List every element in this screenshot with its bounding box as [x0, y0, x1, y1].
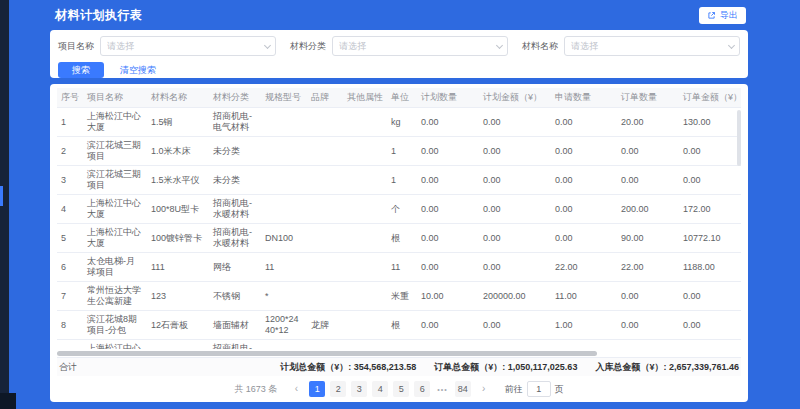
table-cell: 1200*2440*12: [261, 311, 307, 339]
table-cell: 0.00: [479, 114, 551, 131]
project-name-input[interactable]: [100, 36, 276, 56]
table-cell: 111: [147, 259, 209, 276]
table-cell: 100镀锌管卡: [147, 230, 209, 247]
table-cell: 招商机电-水暖材料: [209, 340, 261, 349]
table-cell: [343, 322, 387, 328]
table-cell: 130.00: [679, 114, 741, 131]
table-cell: 不锈钢: [209, 288, 261, 305]
sidebar-active-indicator: [0, 186, 3, 206]
table-cell: 80.00: [617, 346, 679, 350]
table-row: 6太仓电梯-月球项目111网络11110.000.0022.0022.00118…: [57, 253, 741, 282]
table-cell: 常州恒达大学生公寓新建: [83, 282, 147, 310]
table-cell: 2: [57, 143, 83, 160]
page-button[interactable]: 2: [330, 381, 346, 397]
material-name-label: 材料名称: [522, 40, 558, 53]
search-button[interactable]: 搜索: [58, 62, 104, 78]
table-cell: 3: [57, 172, 83, 189]
material-name-select[interactable]: [564, 36, 740, 56]
header-cell: 计划金额（¥）: [479, 88, 551, 107]
order-total: 订单总金额（¥）: 1,050,117,025.63: [434, 361, 577, 374]
goto-page-input[interactable]: [527, 381, 551, 397]
table-cell: 0.00: [617, 143, 679, 160]
table-cell: 0.00: [417, 259, 479, 276]
table-cell: 上海松江中心大厦: [83, 224, 147, 252]
summary-total-label: 合计: [59, 361, 77, 374]
table-cell: 个: [387, 201, 417, 218]
clear-search-button[interactable]: 清空搜索: [114, 64, 162, 77]
table-cell: 0.00: [417, 317, 479, 334]
table-cell: 招商机电-电气材料: [209, 108, 261, 136]
table-cell: 0.00: [679, 143, 741, 160]
export-button[interactable]: 导出: [699, 7, 746, 24]
table-row: 7常州恒达大学生公寓新建123不锈钢*米重10.00200000.0011.00…: [57, 282, 741, 311]
table-cell: 22.00: [617, 259, 679, 276]
table-cell: [343, 293, 387, 299]
table-header: 序号项目名称材料名称材料分类规格型号品牌其他属性单位计划数量计划金额（¥）申请数…: [57, 88, 741, 108]
export-icon: [707, 11, 716, 20]
table-cell: *: [261, 288, 307, 305]
table-cell: 7: [57, 288, 83, 305]
next-page-button[interactable]: ›: [476, 381, 492, 397]
table-cell: 未分类: [209, 143, 261, 160]
table-cell: 1.0米木床: [147, 143, 209, 160]
page-button[interactable]: 1: [309, 381, 325, 397]
table-cell: kg: [387, 114, 417, 131]
table-cell: 11.00: [551, 288, 617, 305]
table-cell: 1.5铜: [147, 114, 209, 131]
table-cell: 8: [57, 317, 83, 334]
table-cell: 0.00: [417, 172, 479, 189]
header-cell: 订单金额（¥）: [679, 88, 745, 107]
sidebar-collapse-button[interactable]: [0, 393, 16, 409]
table-cell: [307, 148, 343, 154]
header-cell: 材料分类: [209, 88, 261, 107]
table-cell: 网络: [209, 259, 261, 276]
table-cell: 1.00: [551, 317, 617, 334]
header-cell: 品牌: [307, 88, 343, 107]
header-cell: 计划数量: [417, 88, 479, 107]
table-cell: 0.00: [417, 201, 479, 218]
table-cell: 0.00: [551, 143, 617, 160]
vertical-scrollbar[interactable]: [737, 110, 741, 166]
page-button[interactable]: 5: [393, 381, 409, 397]
table-cell: 0.00: [679, 288, 741, 305]
header-cell: 项目名称: [83, 88, 147, 107]
page-button[interactable]: 4: [372, 381, 388, 397]
table-cell: 滨江花城8期项目-分包: [83, 311, 147, 339]
material-name-input[interactable]: [564, 36, 740, 56]
last-page-button[interactable]: 84: [455, 381, 471, 397]
table-cell: 12石膏板: [147, 317, 209, 334]
table-cell: 11: [261, 259, 307, 276]
filter-group-material: 材料名称: [522, 36, 740, 56]
page-button[interactable]: 6: [414, 381, 430, 397]
table-cell: [261, 119, 307, 125]
table-cell: [261, 206, 307, 212]
table-cell: 0.00: [479, 317, 551, 334]
inbound-total: 入库总金额（¥）: 2,657,339,761.46: [595, 361, 739, 374]
sidebar-strip: [0, 0, 9, 409]
filter-group-project: 项目名称: [58, 36, 276, 56]
table-cell: 0.00: [617, 172, 679, 189]
table-cell: [307, 264, 343, 270]
table-cell: 0.00: [551, 172, 617, 189]
table-cell: [343, 148, 387, 154]
table-cell: 90.00: [617, 230, 679, 247]
table-row: 2滨江花城三期项目1.0米木床未分类10.000.000.000.000.00: [57, 137, 741, 166]
page-button[interactable]: 3: [351, 381, 367, 397]
table-cell: 0.00: [551, 346, 617, 350]
horizontal-scrollbar-thumb[interactable]: [57, 351, 597, 356]
table-cell: [343, 264, 387, 270]
pagination: 共 1673 条 ‹ 123456 ••• 84 › 前往 页: [57, 376, 741, 402]
material-category-select[interactable]: [332, 36, 508, 56]
table-cell: 1.5米水平仪: [147, 172, 209, 189]
filter-group-category: 材料分类: [290, 36, 508, 56]
table-header-row: 序号项目名称材料名称材料分类规格型号品牌其他属性单位计划数量计划金额（¥）申请数…: [57, 88, 741, 108]
pager-pages: 123456: [309, 381, 430, 397]
table-row: 5上海松江中心大厦100镀锌管卡招商机电-水暖材料DN100根0.000.000…: [57, 224, 741, 253]
table-cell: 招商机电-水暖材料: [209, 224, 261, 252]
prev-page-button[interactable]: ‹: [288, 381, 304, 397]
table-cell: 4: [57, 201, 83, 218]
project-name-select[interactable]: [100, 36, 276, 56]
material-category-input[interactable]: [332, 36, 508, 56]
table-cell: 0.00: [551, 201, 617, 218]
table-cell: 根: [387, 317, 417, 334]
